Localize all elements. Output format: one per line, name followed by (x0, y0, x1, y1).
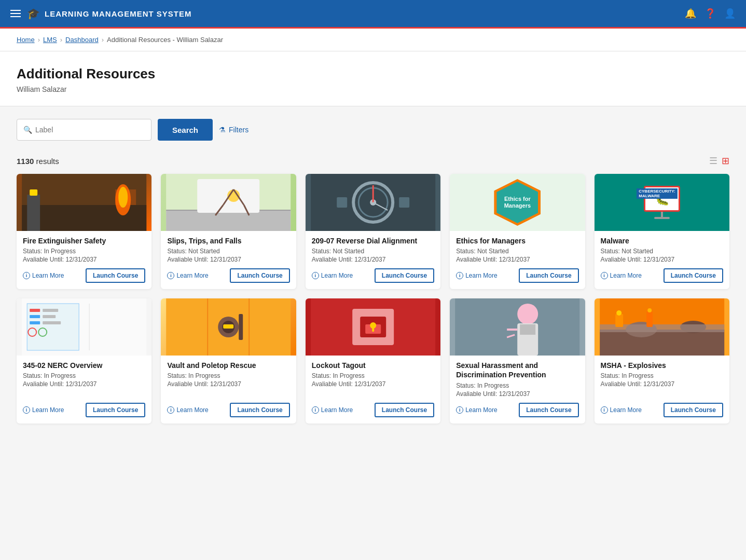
logo-text: LEARNING MANAGEMENT SYSTEM (45, 9, 192, 18)
breadcrumb-sep-3: › (102, 36, 104, 44)
header-right: 🔔 ❓ 👤 (685, 8, 736, 19)
filter-icon: ⚗ (219, 126, 226, 134)
breadcrumb-lms[interactable]: LMS (43, 36, 57, 44)
learn-more-button[interactable]: i Learn More (456, 406, 497, 414)
svg-rect-40 (224, 324, 234, 329)
card-body: Vault and Poletop Rescue Status: In Prog… (161, 356, 296, 423)
breadcrumb-dashboard[interactable]: Dashboard (65, 36, 99, 44)
page-title: Additional Resources (17, 66, 729, 82)
launch-course-button[interactable]: Launch Course (230, 403, 289, 417)
svg-rect-47 (372, 327, 374, 332)
card-status: Status: Not Started (167, 248, 289, 255)
info-icon: i (601, 272, 608, 279)
app-logo: 🎓 LEARNING MANAGEMENT SYSTEM (27, 7, 192, 20)
card-body: Slips, Trips, and Falls Status: Not Star… (161, 231, 296, 289)
card-title: 209-07 Reverse Dial Alignment (312, 236, 434, 245)
help-icon[interactable]: ❓ (704, 8, 716, 19)
card-actions: i Learn More Launch Course (601, 268, 723, 283)
svg-rect-51 (520, 324, 535, 335)
course-card: Ethics forManagers Ethics for Managers S… (450, 174, 585, 289)
card-actions: i Learn More Launch Course (456, 403, 578, 417)
svg-rect-61 (646, 311, 653, 327)
filter-button[interactable]: ⚗ Filters (219, 126, 248, 134)
card-title: Malware (601, 236, 723, 245)
svg-point-60 (616, 310, 621, 316)
card-available: Avaliable Until: 12/31/2037 (312, 380, 434, 388)
learn-more-button[interactable]: i Learn More (23, 406, 64, 414)
learn-more-button[interactable]: i Learn More (312, 406, 353, 414)
launch-course-button[interactable]: Launch Course (375, 403, 434, 417)
card-status: Status: In Progress (312, 372, 434, 379)
user-icon[interactable]: 👤 (724, 8, 736, 19)
svg-point-4 (118, 187, 128, 208)
card-title: Ethics for Managers (456, 236, 578, 245)
svg-rect-31 (43, 321, 61, 324)
breadcrumb-current: Additional Resources - William Salazar (107, 36, 223, 44)
info-icon: i (23, 272, 30, 279)
svg-rect-28 (30, 321, 40, 324)
card-status: Status: Not Started (312, 248, 434, 255)
page-subtitle: William Salazar (17, 85, 729, 93)
launch-course-button[interactable]: Launch Course (375, 268, 434, 283)
search-button[interactable]: Search (158, 119, 213, 141)
search-icon: 🔍 (23, 126, 32, 134)
hamburger-menu[interactable] (10, 10, 21, 17)
svg-point-62 (647, 308, 652, 312)
svg-rect-26 (30, 309, 40, 312)
breadcrumb-home[interactable]: Home (17, 36, 35, 44)
learn-more-button[interactable]: i Learn More (167, 406, 208, 414)
info-icon: i (312, 272, 319, 279)
card-body: Lockout Tagout Status: In Progress Avali… (306, 356, 440, 423)
launch-course-button[interactable]: Launch Course (230, 268, 289, 283)
launch-course-button[interactable]: Launch Course (519, 403, 578, 417)
svg-rect-41 (239, 314, 243, 340)
svg-rect-59 (615, 314, 623, 327)
course-card: Lockout Tagout Status: In Progress Avali… (306, 298, 440, 423)
card-body: 209-07 Reverse Dial Alignment Status: No… (306, 231, 440, 289)
logo-icon: 🎓 (27, 7, 40, 20)
svg-rect-23 (399, 197, 409, 208)
card-status: Status: In Progress (167, 372, 289, 379)
launch-course-button[interactable]: Launch Course (86, 268, 145, 283)
card-title: Slips, Trips, and Falls (167, 236, 289, 245)
card-available: Avaliable Until: 12/31/2037 (601, 380, 723, 388)
search-input[interactable] (35, 126, 145, 134)
learn-more-button[interactable]: i Learn More (456, 272, 497, 279)
learn-more-button[interactable]: i Learn More (23, 272, 64, 279)
card-available: Avaliable Until: 12/31/2037 (456, 256, 578, 263)
info-icon: i (456, 272, 463, 279)
svg-rect-30 (43, 315, 56, 318)
card-status: Status: In Progress (601, 372, 723, 379)
info-icon: i (312, 406, 319, 414)
card-actions: i Learn More Launch Course (167, 403, 289, 417)
svg-rect-55 (600, 330, 724, 356)
course-card: Fire Extinguisher Safety Status: In Prog… (17, 174, 151, 289)
launch-course-button[interactable]: Launch Course (519, 268, 578, 283)
card-status: Status: In Progress (23, 248, 145, 255)
card-available: Avaliable Until: 12/31/2037 (23, 380, 145, 388)
card-body: Ethics for Managers Status: Not Started … (450, 231, 585, 289)
course-card: 209-07 Reverse Dial Alignment Status: No… (306, 174, 440, 289)
card-actions: i Learn More Launch Course (23, 268, 145, 283)
svg-rect-8 (167, 210, 291, 231)
card-actions: i Learn More Launch Course (601, 403, 723, 417)
svg-rect-6 (30, 189, 37, 196)
card-available: Avaliable Until: 12/31/2037 (312, 256, 434, 263)
card-available: Avaliable Until: 12/31/2037 (23, 256, 145, 263)
card-available: Avaliable Until: 12/31/2037 (167, 256, 289, 263)
card-actions: i Learn More Launch Course (23, 403, 145, 417)
learn-more-button[interactable]: i Learn More (312, 272, 353, 279)
learn-more-button[interactable]: i Learn More (167, 272, 208, 279)
card-body: MSHA - Explosives Status: In Progress Av… (595, 356, 729, 423)
learn-more-button[interactable]: i Learn More (601, 272, 642, 279)
grid-view-button[interactable]: ⊞ (722, 155, 729, 167)
launch-course-button[interactable]: Launch Course (86, 403, 145, 417)
notification-icon[interactable]: 🔔 (685, 8, 696, 19)
card-title: Lockout Tagout (312, 361, 434, 370)
launch-course-button[interactable]: Launch Course (664, 268, 723, 283)
header-left: 🎓 LEARNING MANAGEMENT SYSTEM (10, 7, 192, 20)
launch-course-button[interactable]: Launch Course (664, 403, 723, 417)
learn-more-button[interactable]: i Learn More (601, 406, 642, 414)
list-view-button[interactable]: ☰ (709, 155, 717, 167)
results-count: 1130 results (17, 157, 59, 166)
